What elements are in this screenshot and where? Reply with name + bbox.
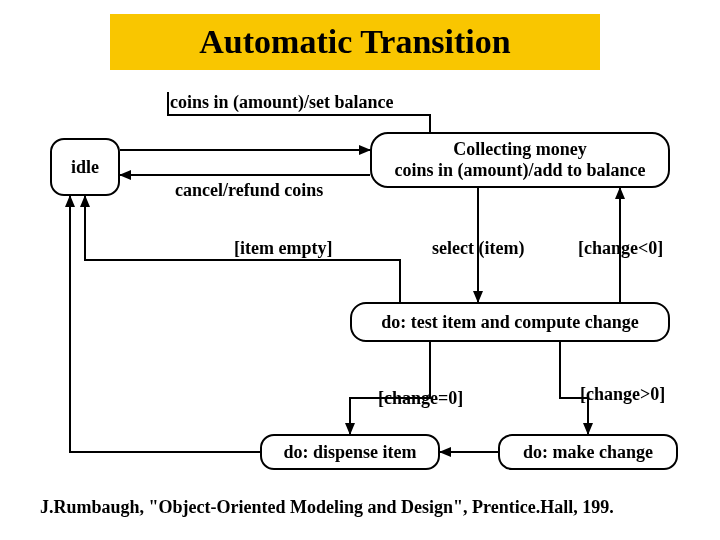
label-change-eq0: [change=0] bbox=[378, 388, 463, 409]
state-dispense-text: do: dispense item bbox=[283, 442, 416, 463]
state-idle: idle bbox=[50, 138, 120, 196]
state-idle-text: idle bbox=[71, 157, 99, 178]
diagram-stage: Automatic Transition coins in (amount)/s… bbox=[0, 0, 720, 540]
state-test: do: test item and compute change bbox=[350, 302, 670, 342]
slide-title: Automatic Transition bbox=[110, 14, 600, 70]
state-make-change-text: do: make change bbox=[523, 442, 653, 463]
label-change-lt0: [change<0] bbox=[578, 238, 663, 259]
state-test-text: do: test item and compute change bbox=[381, 312, 638, 333]
label-change-gt0: [change>0] bbox=[580, 384, 665, 405]
state-make-change: do: make change bbox=[498, 434, 678, 470]
state-collecting-line2: coins in (amount)/add to balance bbox=[394, 160, 645, 181]
slide-title-text: Automatic Transition bbox=[199, 23, 510, 61]
label-coins-in-set: coins in (amount)/set balance bbox=[170, 92, 394, 113]
state-collecting-line1: Collecting money bbox=[453, 139, 586, 160]
state-collecting: Collecting money coins in (amount)/add t… bbox=[370, 132, 670, 188]
citation-text: J.Rumbaugh, "Object-Oriented Modeling an… bbox=[40, 497, 614, 518]
state-dispense: do: dispense item bbox=[260, 434, 440, 470]
label-cancel-refund: cancel/refund coins bbox=[175, 180, 323, 201]
label-item-empty: [item empty] bbox=[234, 238, 332, 259]
label-select-item: select (item) bbox=[432, 238, 524, 259]
